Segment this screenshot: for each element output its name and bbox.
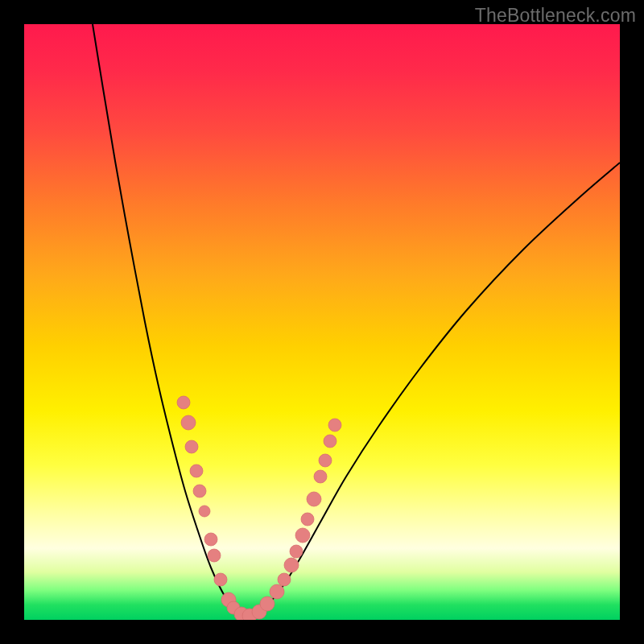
data-dot bbox=[193, 485, 206, 497]
data-dot bbox=[278, 573, 291, 586]
left-curve bbox=[93, 24, 246, 617]
data-dot bbox=[181, 415, 196, 430]
data-dot bbox=[319, 454, 332, 467]
data-dot bbox=[190, 464, 203, 477]
data-dot bbox=[270, 584, 284, 599]
data-dot bbox=[177, 396, 190, 409]
data-dot bbox=[324, 435, 336, 448]
data-dot bbox=[284, 558, 299, 572]
data-dot bbox=[208, 549, 221, 562]
data-dot bbox=[290, 545, 303, 558]
curve-svg bbox=[24, 24, 620, 620]
watermark-text: TheBottleneck.com bbox=[475, 5, 636, 27]
data-dot bbox=[314, 470, 327, 483]
data-dots bbox=[177, 396, 341, 620]
data-dot bbox=[295, 528, 310, 543]
data-dot bbox=[185, 440, 198, 453]
data-dot bbox=[328, 419, 341, 431]
data-dot bbox=[214, 573, 227, 586]
data-dot bbox=[307, 492, 321, 506]
data-dot bbox=[204, 533, 217, 546]
chart-frame: TheBottleneck.com bbox=[0, 0, 644, 644]
plot-area bbox=[24, 24, 620, 620]
data-dot bbox=[260, 597, 275, 611]
data-dot bbox=[199, 506, 210, 517]
data-dot bbox=[301, 513, 314, 526]
